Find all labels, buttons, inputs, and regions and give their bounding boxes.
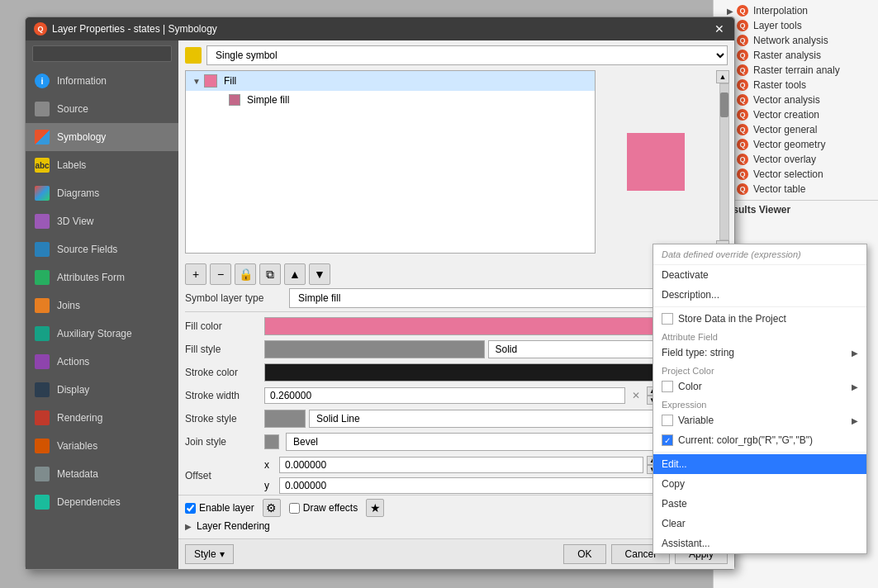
ctx-section-5: Project Color bbox=[653, 363, 866, 377]
ctx-item-10[interactable]: Edit... bbox=[653, 454, 866, 474]
symbol-tree: ▼FillSimple fill bbox=[185, 70, 596, 254]
q-icon: Q bbox=[737, 124, 748, 135]
right-panel-item-raster-tools[interactable]: ▶QRaster tools bbox=[714, 78, 878, 92]
stroke-width-clear-btn[interactable]: ✕ bbox=[629, 388, 643, 403]
sidebar-search-input[interactable] bbox=[32, 45, 172, 62]
sidebar-item-diagrams[interactable]: Diagrams bbox=[26, 179, 178, 207]
ctx-item-8[interactable]: Variable▶ bbox=[653, 410, 866, 430]
right-panel-item-vector-selection[interactable]: ▶QVector selection bbox=[714, 167, 878, 182]
sidebar-item-labels[interactable]: abcLabels bbox=[26, 151, 178, 179]
sidebar-item-display[interactable]: Display bbox=[26, 376, 178, 404]
right-panel-item-vector-creation[interactable]: ▶QVector creation bbox=[714, 107, 878, 122]
ctx-item-label-1: Description... bbox=[662, 289, 858, 301]
ctx-item-12[interactable]: Paste bbox=[653, 494, 866, 514]
right-panel-item-vector-overlay[interactable]: ▶QVector overlay bbox=[714, 152, 878, 167]
right-panel-item-raster-terrain[interactable]: ▶QRaster terrain analy bbox=[714, 63, 878, 78]
sidebar-item-rendering[interactable]: Rendering bbox=[26, 404, 178, 432]
right-panel-item-interpolation[interactable]: ▶QInterpolation bbox=[714, 3, 878, 18]
draw-effects-label[interactable]: Draw effects bbox=[289, 502, 358, 514]
join-style-dropdown[interactable]: Bevel bbox=[286, 433, 710, 451]
ctx-checkbox-8 bbox=[662, 415, 673, 426]
enable-layer-checkbox[interactable] bbox=[185, 503, 196, 514]
draw-effects-btn[interactable]: ★ bbox=[366, 499, 384, 517]
offset-row: Offset x ▲ ▼ Millimeter bbox=[185, 456, 728, 495]
offset-x-input[interactable] bbox=[279, 457, 643, 473]
style-button[interactable]: Style ▾ bbox=[185, 544, 234, 564]
ctx-item-2[interactable]: Store Data in the Project bbox=[653, 309, 866, 329]
right-panel-item-layer-tools[interactable]: ▶QLayer tools bbox=[714, 18, 878, 33]
right-panel-item-vector-general[interactable]: ▶QVector general bbox=[714, 122, 878, 137]
sidebar-item-dependencies[interactable]: Dependencies bbox=[26, 488, 178, 516]
dialog-close-button[interactable]: ✕ bbox=[713, 22, 726, 36]
sidebar-item-3dview[interactable]: 3D View bbox=[26, 207, 178, 235]
sidebar-item-information[interactable]: iInformation bbox=[26, 67, 178, 95]
sidebar-item-attrform[interactable]: Attributes Form bbox=[26, 263, 178, 292]
q-icon: Q bbox=[737, 168, 748, 180]
sidebar-item-actions[interactable]: Actions bbox=[26, 348, 178, 376]
stroke-color-bar[interactable] bbox=[264, 363, 710, 382]
sidebar-item-symbology[interactable]: Symbology bbox=[26, 123, 178, 151]
ctx-item-4[interactable]: Field type: string▶ bbox=[653, 343, 866, 363]
v-scroll[interactable] bbox=[719, 83, 729, 240]
ctx-item-9[interactable]: ✓Current: color_rgb("R","G","B") bbox=[653, 430, 866, 450]
stroke-width-input[interactable]: 0.260000 bbox=[264, 387, 625, 404]
ctx-item-14[interactable]: Assistant... bbox=[653, 533, 866, 553]
right-panel-item-label: Interpolation bbox=[753, 5, 808, 17]
tree-item-label: Simple fill bbox=[247, 94, 289, 106]
metadata-icon bbox=[34, 466, 50, 482]
symbol-type-icon bbox=[185, 47, 202, 64]
sidebar-item-variables[interactable]: Variables bbox=[26, 432, 178, 460]
sidebar-item-sourcefields[interactable]: Source Fields bbox=[26, 235, 178, 263]
right-panel-item-label: Vector table bbox=[753, 183, 805, 195]
down-symbol-btn[interactable]: ▼ bbox=[309, 263, 330, 285]
ctx-item-0[interactable]: Deactivate bbox=[653, 265, 866, 285]
ctx-separator-1 bbox=[653, 306, 866, 307]
results-viewer-label: Results Viewer bbox=[714, 200, 878, 219]
right-panel-item-vector-table[interactable]: ▶QVector table bbox=[714, 182, 878, 197]
symbol-tree-item-1[interactable]: Simple fill bbox=[186, 91, 595, 109]
ctx-item-1[interactable]: Description... bbox=[653, 285, 866, 305]
sidebar-item-label-information: Information bbox=[57, 75, 107, 87]
stroke-style-preview bbox=[264, 410, 306, 428]
enable-layer-label[interactable]: Enable layer bbox=[185, 502, 254, 514]
ctx-item-13[interactable]: Clear bbox=[653, 514, 866, 533]
add-symbol-btn[interactable]: + bbox=[185, 263, 206, 285]
ctx-item-11[interactable]: Copy bbox=[653, 474, 866, 494]
remove-symbol-btn[interactable]: − bbox=[210, 263, 231, 285]
ctx-item-6[interactable]: Color▶ bbox=[653, 377, 866, 396]
symbol-selector-dropdown[interactable]: Single symbolCategorizedGraduatedRule-ba… bbox=[206, 45, 728, 65]
main-content: Single symbolCategorizedGraduatedRule-ba… bbox=[178, 40, 734, 569]
duplicate-symbol-btn[interactable]: ⧉ bbox=[259, 263, 281, 285]
right-panel-item-raster-analysis[interactable]: ▶QRaster analysis bbox=[714, 48, 878, 63]
stroke-style-row: Stroke style Solid Line ▾ bbox=[185, 410, 728, 428]
variables-icon bbox=[34, 438, 50, 454]
ctx-item-label-10: Edit... bbox=[662, 458, 858, 470]
sidebar-item-metadata[interactable]: Metadata bbox=[26, 460, 178, 488]
up-symbol-btn[interactable]: ▲ bbox=[284, 263, 306, 285]
sidebar-item-joins[interactable]: Joins bbox=[26, 292, 178, 320]
sidebar-item-label-diagrams: Diagrams bbox=[57, 187, 99, 199]
stroke-style-dropdown[interactable]: Solid Line bbox=[309, 410, 710, 428]
scroll-up-btn[interactable]: ▲ bbox=[716, 70, 729, 83]
tree-arrow: ▼ bbox=[192, 77, 201, 86]
layer-options-btn[interactable]: ⚙ bbox=[263, 499, 281, 517]
right-panel-item-vector-analysis[interactable]: ▶QVector analysis bbox=[714, 92, 878, 107]
right-panel-item-vector-geometry[interactable]: ▶QVector geometry bbox=[714, 137, 878, 152]
lock-symbol-btn[interactable]: 🔒 bbox=[235, 263, 256, 285]
draw-effects-checkbox[interactable] bbox=[289, 503, 300, 514]
fill-color-label: Fill color bbox=[185, 320, 259, 332]
ok-button[interactable]: OK bbox=[563, 544, 605, 564]
fill-color-bar[interactable] bbox=[264, 317, 688, 335]
join-style-icon bbox=[264, 434, 279, 449]
sidebar-item-label-dependencies: Dependencies bbox=[57, 496, 121, 508]
offset-y-input[interactable] bbox=[279, 477, 713, 494]
sidebar-item-aux[interactable]: Auxiliary Storage bbox=[26, 320, 178, 348]
right-panel-item-network-analysis[interactable]: ▶QNetwork analysis bbox=[714, 33, 878, 48]
ctx-item-label-12: Paste bbox=[662, 498, 858, 510]
footer-left: Style ▾ bbox=[185, 544, 234, 564]
sidebar-item-source[interactable]: Source bbox=[26, 95, 178, 123]
ctx-item-arrow-6: ▶ bbox=[852, 382, 858, 391]
scroll-container: ▲ ▼ bbox=[716, 70, 728, 254]
symbol-tree-item-0[interactable]: ▼Fill bbox=[186, 71, 595, 91]
fill-color-row: Fill color ▾ ε bbox=[185, 317, 728, 335]
